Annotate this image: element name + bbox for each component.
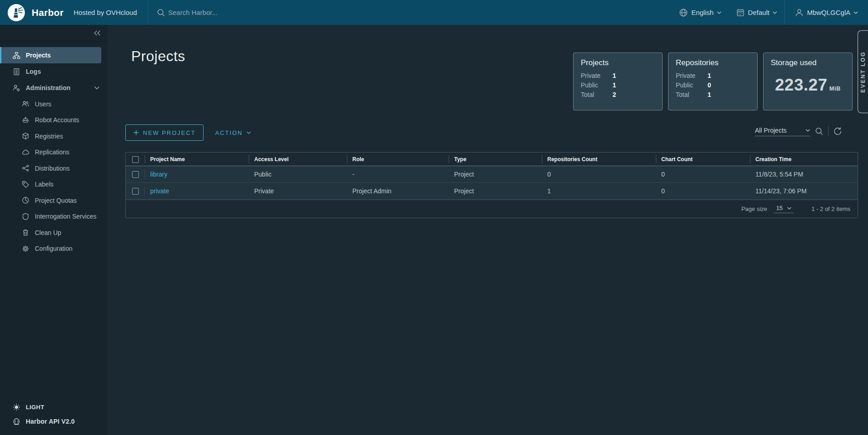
chevron-down-icon: [787, 207, 792, 210]
column-header[interactable]: Chart Count: [656, 153, 750, 166]
search-input[interactable]: [168, 9, 358, 16]
cube-icon: [22, 132, 29, 140]
sidebar-item-projects[interactable]: Projects: [0, 47, 101, 63]
sidebar-item-label: Users: [35, 100, 52, 108]
type-cell: Project: [449, 187, 542, 195]
sidebar: Projects Logs Administration Users Robot…: [0, 25, 108, 435]
user-menu[interactable]: MbwQLGCglA: [785, 0, 868, 25]
chevron-down-icon: [806, 129, 810, 132]
table-toolbar: NEW PROJECT ACTION: [125, 124, 251, 141]
language-label: English: [691, 9, 713, 16]
pagination-range: 1 - 2 of 2 items: [811, 206, 850, 212]
project-link[interactable]: library: [150, 171, 167, 178]
sidebar-item-label: Distributions: [35, 165, 70, 172]
sidebar-item-clean-up[interactable]: Clean Up: [0, 225, 108, 241]
gear-icon: [22, 245, 29, 253]
sidebar-item-users[interactable]: Users: [0, 96, 108, 112]
search-filter-icon[interactable]: [815, 127, 824, 136]
sidebar-item-labels[interactable]: Labels: [0, 177, 108, 193]
column-header[interactable]: Role: [347, 153, 449, 166]
user-icon: [795, 8, 804, 17]
sidebar-item-robot-accounts[interactable]: Robot Accounts: [0, 112, 108, 129]
users-icon: [22, 100, 29, 108]
organization-icon: [13, 52, 20, 59]
chart-count-cell: 0: [656, 171, 750, 178]
sidebar-item-logs[interactable]: Logs: [0, 63, 108, 80]
select-all-checkbox[interactable]: [132, 156, 139, 163]
logs-icon: [13, 68, 20, 76]
filter-bar: All Projects: [755, 126, 842, 136]
table-header-row: Project Name Access Level Role Type Repo…: [126, 153, 858, 166]
sidebar-item-label: Administration: [26, 84, 71, 91]
column-header[interactable]: Creation Time: [750, 153, 858, 166]
refresh-icon[interactable]: [833, 127, 842, 136]
sidebar-item-interrogation-services[interactable]: Interrogation Services: [0, 209, 108, 225]
column-header[interactable]: Repositories Count: [542, 153, 656, 166]
projects-table: Project Name Access Level Role Type Repo…: [125, 152, 858, 218]
chevron-down-icon: [94, 86, 100, 90]
table-row: library Public - Project 0 0 11/8/23, 5:…: [126, 166, 858, 183]
filter-divider: [828, 126, 829, 136]
action-dropdown-button[interactable]: ACTION: [215, 124, 251, 141]
global-search: [157, 8, 672, 17]
creation-time-cell: 11/8/23, 5:54 PM: [750, 171, 858, 178]
column-header[interactable]: Project Name: [145, 153, 249, 166]
sidebar-item-administration[interactable]: Administration: [0, 80, 108, 96]
sidebar-item-registries[interactable]: Registries: [0, 128, 108, 144]
page-size-label: Page size: [741, 206, 767, 212]
api-link-label: Harbor API V2.0: [26, 418, 75, 425]
stat-value: 0: [707, 81, 711, 89]
sidebar-item-replications[interactable]: Replications: [0, 144, 108, 161]
card-title: Projects: [581, 58, 655, 67]
row-checkbox[interactable]: [132, 171, 139, 178]
harbor-logo-icon[interactable]: [7, 4, 25, 22]
filter-selected-label: All Projects: [755, 127, 787, 134]
column-header[interactable]: Type: [449, 153, 542, 166]
quota-icon: [22, 196, 29, 204]
table-footer: Page size 15 1 - 2 of 2 items: [126, 200, 858, 218]
sun-icon: [13, 403, 20, 411]
scheduler-label: Default: [748, 9, 770, 16]
page-size-value: 15: [776, 205, 783, 211]
sidebar-item-label: Configuration: [35, 245, 72, 252]
sidebar-item-label: Robot Accounts: [35, 116, 79, 124]
shield-icon: [22, 213, 29, 220]
globe-icon: [679, 8, 688, 17]
access-level-cell: Public: [249, 171, 347, 178]
stat-label: Total: [581, 91, 594, 98]
sidebar-item-label: Logs: [26, 68, 41, 75]
chart-count-cell: 0: [656, 187, 750, 195]
sidebar-item-label: Labels: [35, 181, 53, 188]
sidebar-item-label: Projects: [26, 52, 51, 59]
row-checkbox[interactable]: [132, 188, 139, 195]
action-label: ACTION: [215, 129, 243, 136]
event-log-tab[interactable]: EVENT LOG: [858, 30, 868, 113]
sidebar-item-label: Replications: [35, 148, 69, 156]
sidebar-item-distributions[interactable]: Distributions: [0, 160, 108, 177]
tag-icon: [22, 181, 29, 188]
sidebar-collapse-button[interactable]: [0, 25, 108, 42]
robot-icon: [22, 116, 29, 124]
app-header: Harbor Hosted by OVHcloud English Defaul…: [0, 0, 868, 25]
username-label: MbwQLGCglA: [807, 9, 850, 16]
theme-toggle-label: LIGHT: [26, 404, 44, 411]
stat-value: 1: [707, 72, 711, 79]
sidebar-item-project-quotas[interactable]: Project Quotas: [0, 192, 108, 209]
main-content: Projects Projects Private1 Public1 Total…: [108, 25, 868, 435]
plus-icon: [133, 129, 139, 136]
project-filter-select[interactable]: All Projects: [755, 127, 810, 136]
sidebar-item-configuration[interactable]: Configuration: [0, 241, 108, 257]
scheduler-menu[interactable]: Default: [729, 0, 785, 25]
page-size-select[interactable]: 15: [773, 205, 793, 213]
column-header[interactable]: Access Level: [249, 153, 347, 166]
trash-icon: [22, 229, 29, 236]
project-link[interactable]: private: [150, 187, 169, 195]
new-project-button[interactable]: NEW PROJECT: [125, 124, 204, 141]
harbor-api-link[interactable]: Harbor API V2.0: [0, 414, 108, 429]
theme-toggle-light[interactable]: LIGHT: [0, 400, 108, 414]
language-menu[interactable]: English: [672, 0, 728, 25]
stat-value: 1: [707, 91, 711, 98]
card-title: Storage used: [771, 58, 845, 67]
stat-label: Private: [581, 72, 601, 79]
projects-summary-card: Projects Private1 Public1 Total2: [573, 53, 663, 110]
